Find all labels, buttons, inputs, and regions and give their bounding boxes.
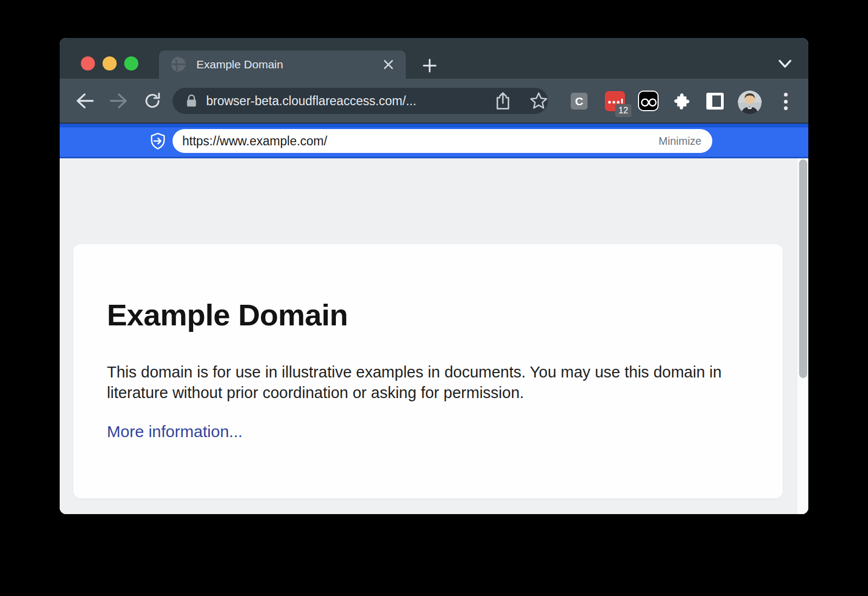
tab-bar: Example Domain — [60, 38, 808, 79]
remote-url-bar[interactable]: https://www.example.com/ Minimize — [173, 129, 712, 153]
fullscreen-window-button[interactable] — [124, 56, 138, 71]
tab-title: Example Domain — [196, 50, 283, 79]
tab-search-chevron-down-icon[interactable] — [775, 54, 795, 74]
reload-button[interactable] — [142, 79, 163, 123]
more-information-link[interactable]: More information... — [107, 422, 242, 441]
scrollbar-thumb[interactable] — [799, 159, 807, 378]
page-body-text: This domain is for use in illustrative e… — [107, 362, 733, 403]
kebab-menu-icon[interactable] — [780, 92, 791, 111]
share-icon[interactable] — [492, 79, 514, 123]
puzzle-extensions-icon[interactable] — [672, 92, 691, 111]
minimize-remote-bar-button[interactable]: Minimize — [659, 129, 701, 153]
minimize-window-button[interactable] — [103, 56, 117, 71]
browser-toolbar: browser-beta.cloudflareaccess.com/... C … — [60, 79, 808, 124]
page-viewport: Example Domain This domain is for use in… — [60, 158, 808, 514]
forward-button[interactable] — [108, 79, 130, 123]
new-tab-button[interactable] — [420, 56, 439, 75]
shield-arrow-icon — [149, 132, 167, 152]
lock-icon[interactable] — [183, 93, 200, 111]
desktop-background: Example Domain — [0, 0, 868, 596]
back-button[interactable] — [74, 79, 95, 123]
extension-red-dots-icon[interactable]: 12 — [605, 91, 625, 111]
tab-close-icon[interactable] — [381, 57, 396, 72]
remote-browser-bar: https://www.example.com/ Minimize — [60, 124, 808, 158]
browser-window: Example Domain — [60, 38, 808, 514]
example-domain-card: Example Domain This domain is for use in… — [73, 244, 783, 498]
side-panel-icon[interactable] — [706, 93, 724, 110]
extension-badge: 12 — [615, 104, 631, 117]
bookmark-star-icon[interactable] — [527, 79, 550, 123]
extension-c-icon[interactable]: C — [571, 93, 588, 110]
scrollbar-track[interactable] — [797, 158, 808, 514]
close-window-button[interactable] — [81, 56, 95, 71]
red-icon-dots — [608, 99, 623, 104]
globe-favicon-icon — [171, 56, 187, 72]
address-bar-url: browser-beta.cloudflareaccess.com/... — [206, 88, 416, 114]
profile-avatar[interactable] — [738, 91, 762, 114]
page-title: Example Domain — [107, 297, 783, 332]
browser-tab-active[interactable]: Example Domain — [159, 50, 406, 79]
window-controls — [81, 56, 138, 71]
remote-url-text: https://www.example.com/ — [182, 129, 327, 153]
extension-goggles-icon[interactable] — [638, 91, 659, 111]
